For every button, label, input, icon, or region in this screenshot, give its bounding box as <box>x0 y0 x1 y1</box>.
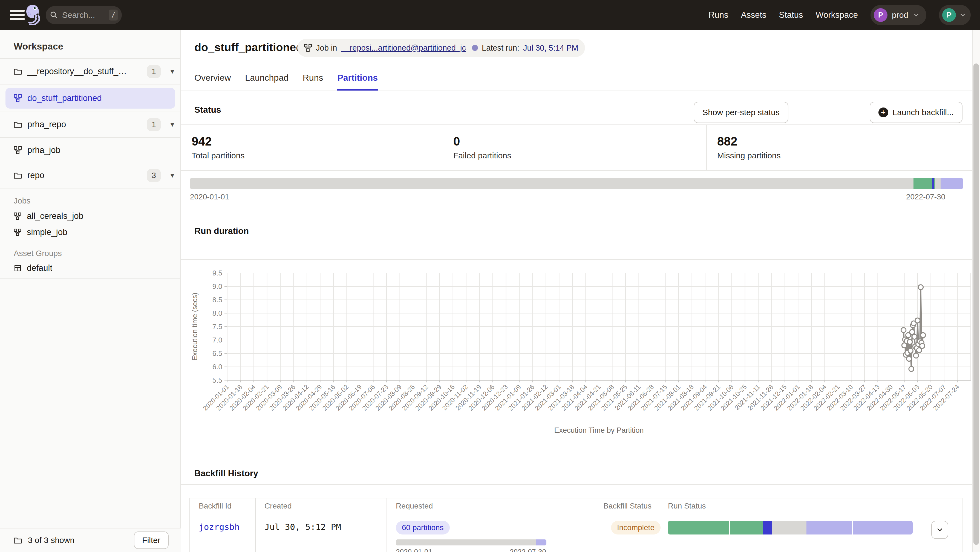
expand-caret-icon[interactable]: ▾ <box>170 171 174 180</box>
run-status-segment <box>853 521 913 535</box>
launch-backfill-button[interactable]: + Launch backfill... <box>870 102 963 123</box>
dagster-logo-icon[interactable] <box>25 5 41 26</box>
job-icon <box>14 94 22 102</box>
sidebar-footer: 3 of 3 shown Filter <box>0 528 181 552</box>
y-axis-tick: 9.5 <box>212 269 222 277</box>
y-axis-tick: 6.5 <box>212 349 222 357</box>
topbar-right-nav: Runs Assets Status Workspace P prod P <box>708 0 971 30</box>
run-data-point[interactable] <box>918 285 923 290</box>
backfill-id-link[interactable]: jozrgsbh <box>199 522 240 532</box>
failed-partitions-value: 0 <box>453 135 460 148</box>
tab-runs[interactable]: Runs <box>303 69 323 90</box>
failed-partitions-label: Failed partitions <box>453 151 511 160</box>
filter-button[interactable]: Filter <box>134 531 169 549</box>
col-requested: Requested <box>396 502 433 511</box>
folder-icon <box>14 537 22 544</box>
user-menu[interactable]: P <box>939 5 971 25</box>
tab-launchpad[interactable]: Launchpad <box>245 69 288 90</box>
run-data-point[interactable] <box>910 330 915 335</box>
y-axis-tick: 7.5 <box>212 322 222 331</box>
item-count-badge: 1 <box>147 118 161 131</box>
total-partitions-label: Total partitions <box>192 151 245 160</box>
expand-caret-icon[interactable]: ▾ <box>170 67 174 76</box>
repository-link[interactable]: __reposi...artitioned@partitioned_job <box>341 43 471 52</box>
search-icon <box>49 11 58 19</box>
folder-icon <box>14 172 22 179</box>
sidebar-item-repo[interactable]: repo 3 ▾ <box>0 163 181 188</box>
run-data-point[interactable] <box>920 344 925 349</box>
top-nav-bar: Search... / Runs Assets Status Workspace… <box>0 0 980 30</box>
missing-partitions-label: Missing partitions <box>717 151 781 160</box>
job-icon <box>14 228 21 236</box>
run-status-bar[interactable] <box>668 521 913 535</box>
y-axis-tick: 9.0 <box>212 282 222 290</box>
run-status-segment <box>772 521 807 535</box>
latest-run-time-link[interactable]: Jul 30, 5:14 PM <box>523 43 578 52</box>
sidebar-item-all-cereals-job[interactable]: all_cereals_job <box>0 208 181 224</box>
run-status-segment <box>807 521 853 535</box>
run-data-point[interactable] <box>915 318 920 323</box>
run-data-point[interactable] <box>907 339 912 344</box>
show-per-step-status-button[interactable]: Show per-step status <box>694 102 788 123</box>
sidebar-item-do-stuff-partitioned-selected[interactable]: do_stuff_partitioned <box>5 88 175 109</box>
row-expand-button[interactable] <box>931 521 948 539</box>
sidebar-item-simple-job[interactable]: simple_job <box>0 224 181 240</box>
vertical-scrollbar <box>972 30 980 552</box>
requested-range-segment <box>536 539 547 546</box>
run-data-point[interactable] <box>909 366 914 371</box>
hamburger-menu-icon[interactable] <box>10 10 25 20</box>
tab-partitions[interactable]: Partitions <box>337 69 378 90</box>
y-axis-tick: 6.0 <box>212 363 222 371</box>
requested-range-end: 2022-07-30 <box>510 547 546 552</box>
nav-assets[interactable]: Assets <box>741 10 767 20</box>
asset-groups-section-label: Asset Groups <box>14 249 62 258</box>
dagster-app: Search... / Runs Assets Status Workspace… <box>0 0 980 552</box>
sidebar-item-label: do_stuff_partitioned <box>27 93 102 103</box>
y-axis-tick: 8.5 <box>212 296 222 304</box>
partition-status-segment <box>913 178 932 189</box>
missing-partitions-value: 882 <box>717 135 737 148</box>
run-duration-heading: Run duration <box>194 226 249 236</box>
col-backfill-status: Backfill Status <box>591 502 652 511</box>
partition-status-bar[interactable] <box>190 178 963 189</box>
y-axis-label: Execution time (secs) <box>191 293 199 361</box>
nav-status[interactable]: Status <box>779 10 803 20</box>
tab-overview[interactable]: Overview <box>194 69 231 90</box>
sidebar-item-label: simple_job <box>27 227 67 237</box>
run-data-point[interactable] <box>908 348 913 353</box>
search-placeholder: Search... <box>62 10 95 20</box>
expand-caret-icon[interactable]: ▾ <box>170 121 174 129</box>
sidebar-item-label: default <box>27 263 52 273</box>
partition-range-start: 2020-01-01 <box>190 193 229 201</box>
run-status-segment <box>730 521 763 535</box>
run-data-point[interactable] <box>901 328 906 333</box>
run-status-segment <box>763 521 772 535</box>
search-input[interactable]: Search... / <box>46 6 122 24</box>
run-data-point[interactable] <box>913 353 918 358</box>
shown-count-text: 3 of 3 shown <box>28 536 75 545</box>
sidebar-item-prha-repo[interactable]: prha_repo 1 ▾ <box>0 112 181 137</box>
nav-runs[interactable]: Runs <box>708 10 728 20</box>
run-data-point[interactable] <box>912 334 917 339</box>
search-shortcut-key: / <box>109 10 118 21</box>
deployment-switcher[interactable]: P prod <box>870 5 926 25</box>
nav-workspace[interactable]: Workspace <box>816 10 858 20</box>
sidebar-item-default-asset-group[interactable]: default <box>0 260 181 276</box>
job-icon <box>304 44 312 52</box>
sidebar-item-prha-job[interactable]: prha_job <box>0 137 181 163</box>
sidebar-item-repository-do-stuff[interactable]: __repository__do_stuff_partitio... 1 ▾ <box>0 58 181 84</box>
sidebar-heading: Workspace <box>14 41 63 52</box>
requested-partitions-pill[interactable]: 60 partitions <box>396 521 450 535</box>
plus-circle-icon: + <box>878 108 888 117</box>
job-icon <box>14 212 21 220</box>
sidebar-item-label: all_cereals_job <box>27 211 83 221</box>
show-per-step-status-label: Show per-step status <box>702 108 780 117</box>
scrollbar-thumb[interactable] <box>974 63 979 545</box>
x-axis-caption: Execution Time by Partition <box>554 426 644 435</box>
run-data-point[interactable] <box>907 357 912 361</box>
run-data-point[interactable] <box>921 333 926 338</box>
item-count-badge: 1 <box>147 65 161 78</box>
y-axis-tick: 7.0 <box>212 336 222 344</box>
run-duration-chart: 5.56.06.57.07.58.08.59.09.52020-01-01202… <box>189 263 975 442</box>
run-status-dot-icon <box>472 45 478 51</box>
